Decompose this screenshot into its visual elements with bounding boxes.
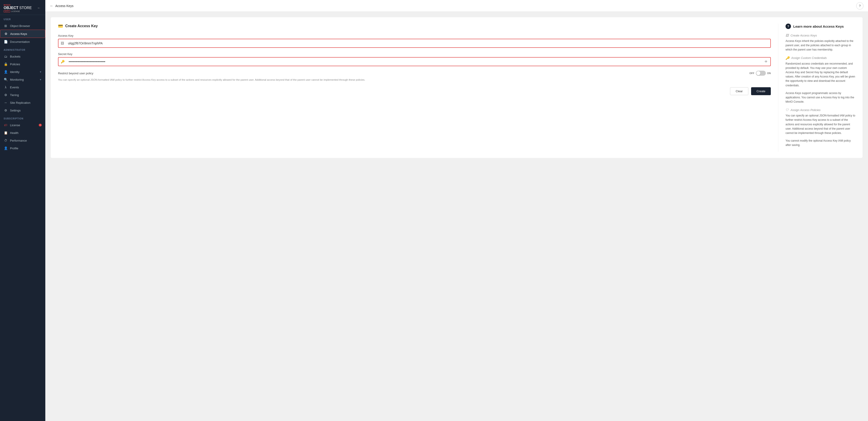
sidebar-item-label: Access Keys: [10, 32, 27, 36]
logo-sub: AGPL LICENSE: [4, 10, 32, 12]
sidebar-item-performance[interactable]: ⏱ Performance: [0, 137, 45, 144]
restrict-hint: You can specify an optional JSON-formatt…: [58, 78, 771, 82]
sidebar-item-object-browser[interactable]: ⊞ Object Browser: [0, 22, 45, 30]
access-key-label: Access Key: [58, 34, 771, 37]
sidebar-item-label: Performance: [10, 139, 27, 142]
help-item-credentials: 🔑 Assign Custom Credentials Randomized a…: [785, 56, 855, 104]
card-icon: 💳: [58, 24, 63, 29]
performance-icon: ⏱: [4, 139, 8, 142]
sidebar-item-health[interactable]: 📋 Health: [0, 129, 45, 137]
form-title-text: Create Access Key: [65, 24, 98, 28]
assign-policies-icon: 🛡: [785, 108, 789, 112]
toggle-off-label: OFF: [749, 72, 754, 74]
help-item-credentials-subtitle: Assign Custom Credentials: [791, 56, 827, 60]
assign-credentials-icon: 🔑: [785, 56, 789, 60]
secret-key-input[interactable]: [67, 58, 762, 66]
sidebar-item-site-replication[interactable]: ↔ Site Replication: [0, 99, 45, 107]
help-item-policies-subtitle: Assign Access Policies: [790, 108, 820, 112]
sidebar-item-access-keys[interactable]: ⚙ Access Keys: [0, 30, 45, 38]
help-title-text: Learn more about Access Keys: [793, 25, 844, 28]
sidebar-section-user: User: [0, 15, 45, 22]
sidebar-item-license[interactable]: 🏷 License !: [0, 121, 45, 129]
restrict-toggle[interactable]: [756, 71, 766, 76]
sidebar-section-subscription: Subscription: [0, 114, 45, 121]
key-icon: ⚙: [4, 32, 8, 36]
help-section: ? Learn more about Access Keys 🖼 Create …: [778, 24, 855, 152]
settings-icon: ⚙: [4, 109, 8, 112]
sidebar-item-events[interactable]: λ Events: [0, 83, 45, 91]
replication-icon: ↔: [4, 101, 8, 104]
sidebar-section-administrator: Administrator: [0, 46, 45, 53]
chevron-down-icon: ▼: [39, 71, 42, 73]
identity-icon: 👤: [4, 70, 8, 73]
sidebar-item-label: Profile: [10, 147, 18, 150]
help-q-icon: ?: [785, 24, 791, 29]
sidebar-item-label: Events: [10, 86, 19, 89]
secret-key-group: Secret Key 🔑 👁: [58, 52, 771, 66]
help-item-create-subtitle: Create Access Keys: [790, 34, 817, 37]
sidebar-item-settings[interactable]: ⚙ Settings: [0, 107, 45, 114]
form-section: 💳 Create Access Key Access Key 🖼 Secret …: [58, 24, 778, 152]
sidebar-item-policies[interactable]: 🔒 Policies: [0, 60, 45, 68]
sidebar-item-label: Documentation: [10, 40, 30, 43]
help-title: ? Learn more about Access Keys: [785, 24, 855, 29]
sidebar-collapse-button[interactable]: ←: [36, 5, 42, 11]
sidebar-item-identity[interactable]: 👤 Identity ▼: [0, 68, 45, 76]
sidebar-item-label: Monitoring: [10, 78, 24, 81]
secret-key-input-icon: 🔑: [58, 60, 67, 63]
help-item-create: 🖼 Create Access Keys Access Keys inherit…: [785, 33, 855, 52]
toggle-visibility-button[interactable]: 👁: [762, 60, 770, 63]
license-icon: 🏷: [4, 123, 8, 127]
breadcrumb: ← Access Keys: [50, 4, 73, 8]
sidebar: MIN|O OBJECT STORE AGPL LICENSE ← User ⊞…: [0, 0, 45, 421]
sidebar-item-monitoring[interactable]: 🔍 Monitoring ▼: [0, 76, 45, 83]
health-icon: 📋: [4, 131, 8, 134]
restrict-row: Restrict beyond user policy OFF ON: [58, 71, 771, 76]
sidebar-item-label: Settings: [10, 109, 21, 112]
profile-icon: 👤: [4, 146, 8, 150]
sidebar-item-label: Site Replication: [10, 101, 30, 104]
topbar: ← Access Keys ?: [45, 0, 868, 12]
help-item-policies-text2: You cannot modify the optional Access Ke…: [785, 139, 855, 147]
sidebar-logo: MIN|O OBJECT STORE AGPL LICENSE ←: [0, 0, 45, 15]
sidebar-item-label: Tiering: [10, 93, 19, 97]
create-keys-icon: 🖼: [785, 33, 789, 37]
sidebar-item-tiering[interactable]: ⚙ Tiering: [0, 91, 45, 99]
help-item-policies-text: You can specify an optional JSON-formatt…: [785, 114, 855, 135]
chevron-down-icon: ▼: [39, 79, 42, 81]
back-button[interactable]: ←: [50, 4, 54, 8]
access-key-input[interactable]: [66, 39, 770, 47]
grid-icon: ⊞: [4, 24, 8, 28]
restrict-label: Restrict beyond user policy: [58, 71, 749, 75]
logo-brand: OBJECT STORE: [4, 6, 32, 10]
help-button[interactable]: ?: [856, 2, 864, 9]
access-key-input-wrapper: 🖼: [58, 39, 771, 48]
doc-icon: 📄: [4, 40, 8, 43]
help-item-policies: 🛡 Assign Access Policies You can specify…: [785, 108, 855, 147]
content-area: 💳 Create Access Key Access Key 🖼 Secret …: [45, 12, 868, 421]
create-access-key-card: 💳 Create Access Key Access Key 🖼 Secret …: [51, 17, 863, 158]
sidebar-item-documentation[interactable]: 📄 Documentation: [0, 38, 45, 46]
secret-key-label: Secret Key: [58, 52, 771, 56]
license-badge: !: [39, 124, 42, 126]
logo-agpl-badge: AGPL: [4, 10, 10, 12]
access-key-input-icon: 🖼: [58, 41, 66, 45]
help-item-credentials-text: Randomized access credentials are recomm…: [785, 62, 855, 88]
main-content: ← Access Keys ? 💳 Create Access Key Acce…: [45, 0, 868, 421]
sidebar-item-label: Identity: [10, 70, 20, 73]
logo-license-text: LICENSE: [11, 10, 20, 12]
help-item-create-text: Access Keys inherit the policies explici…: [785, 39, 855, 52]
page-title: Access Keys: [55, 4, 73, 8]
sidebar-item-profile[interactable]: 👤 Profile: [0, 144, 45, 152]
form-title: 💳 Create Access Key: [58, 24, 771, 29]
events-icon: λ: [4, 85, 8, 89]
sidebar-item-label: Object Browser: [10, 24, 30, 28]
logo-text: MIN|O OBJECT STORE AGPL LICENSE: [4, 3, 32, 12]
access-key-group: Access Key 🖼: [58, 34, 771, 48]
create-button[interactable]: Create: [751, 87, 771, 95]
sidebar-item-label: License: [10, 123, 20, 127]
clear-button[interactable]: Clear: [730, 87, 748, 95]
bucket-icon: 🗂: [4, 55, 8, 58]
sidebar-item-buckets[interactable]: 🗂 Buckets: [0, 53, 45, 60]
policies-icon: 🔒: [4, 62, 8, 66]
